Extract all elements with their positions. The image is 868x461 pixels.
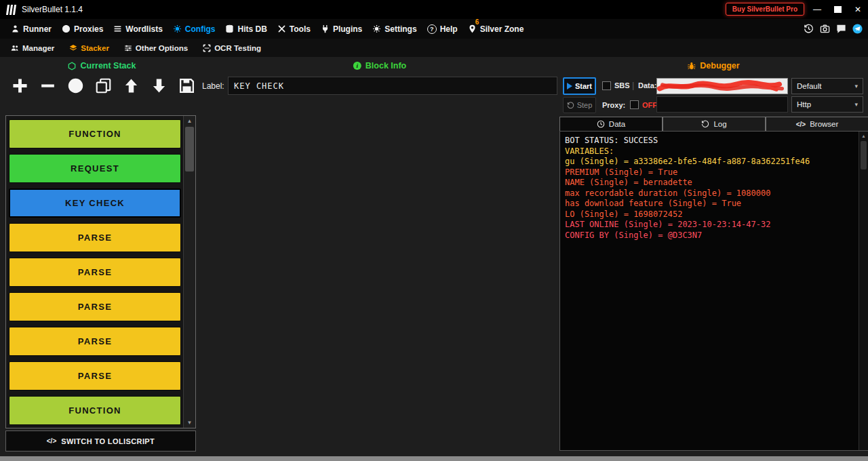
proxy-type-select[interactable]: Http ▾ (791, 96, 863, 113)
menubar-right-icons (804, 19, 863, 39)
debugger-header: Debugger (687, 61, 739, 71)
submenu-item-stacker[interactable]: Stacker (69, 44, 109, 52)
people-icon (11, 44, 19, 52)
history-icon[interactable] (804, 24, 814, 34)
x-circle-icon (68, 78, 83, 94)
close-button[interactable]: ✕ (848, 0, 868, 19)
tab-browser[interactable]: </> Browser (766, 117, 868, 132)
window-title: SilverBullet 1.1.4 (22, 5, 83, 14)
minimize-button[interactable]: — (807, 0, 827, 19)
scroll-up-icon[interactable]: ▲ (184, 116, 195, 126)
submenu-item-ocr-testing[interactable]: OCR Testing (203, 44, 261, 52)
debugger-tabs: Data Log </> Browser (559, 117, 868, 132)
telegram-icon[interactable] (852, 24, 863, 34)
stack-block[interactable]: PARSE (9, 223, 181, 252)
move-up-button[interactable] (122, 76, 140, 95)
save-config-button[interactable] (178, 76, 195, 95)
menu-item-settings[interactable]: Settings (372, 24, 416, 34)
list-icon (113, 24, 122, 33)
scroll-thumb[interactable] (861, 141, 867, 169)
scroll-down-icon[interactable]: ▼ (184, 418, 195, 428)
proxy-label: Proxy: (602, 101, 625, 109)
menu-item-runner[interactable]: Runner (11, 24, 52, 34)
menu-item-plugins[interactable]: Plugins (321, 24, 362, 34)
database-icon (225, 24, 234, 33)
runner-icon (11, 24, 20, 33)
maximize-icon (834, 6, 842, 13)
stack-list: FUNCTIONREQUESTKEY CHECKPARSEPARSEPARSEP… (9, 119, 181, 430)
menu-item-silver-zone[interactable]: 6 Silver Zone (468, 24, 524, 34)
stack-block[interactable]: PARSE (9, 361, 181, 390)
data-input[interactable] (656, 78, 788, 94)
plus-icon (12, 78, 28, 94)
scroll-thumb[interactable] (185, 127, 194, 172)
log-line: LAST ONLINE (Single) = 2023-10-23:14-47-… (565, 220, 856, 230)
step-button[interactable]: Step (563, 97, 596, 113)
menu-item-help[interactable]: ? Help (427, 24, 458, 34)
play-icon (567, 83, 572, 89)
tab-data[interactable]: Data (559, 117, 663, 132)
arrow-down-icon (151, 78, 167, 94)
current-stack-header: Current Stack (68, 61, 136, 71)
plug-icon (321, 24, 330, 33)
clear-stack-button[interactable] (66, 76, 84, 95)
close-icon: ✕ (854, 5, 861, 14)
debugger-output-panel[interactable]: BOT STATUS: SUCCESSVARIABLES:gu (Single)… (559, 131, 868, 451)
screen-edge-strip (0, 456, 868, 461)
camera-icon[interactable] (820, 24, 830, 34)
menu-item-proxies[interactable]: Proxies (62, 24, 103, 34)
history-icon (701, 120, 709, 128)
redaction-scribble (657, 79, 787, 94)
log-line: has download feature (Single) = True (565, 199, 856, 209)
step-icon (567, 102, 574, 109)
arrow-up-icon (123, 78, 139, 94)
stack-block[interactable]: REQUEST (9, 154, 181, 183)
sbs-label: SBS (614, 81, 630, 89)
minus-icon (40, 78, 56, 94)
proxy-checkbox[interactable] (630, 100, 639, 109)
info-icon: i (353, 62, 361, 70)
separator: | (632, 80, 634, 90)
debug-scrollbar[interactable]: ▲ (859, 132, 868, 450)
menu-item-hits-db[interactable]: Hits DB (225, 24, 267, 34)
menu-item-configs[interactable]: Configs (173, 24, 216, 34)
submenu-item-other-options[interactable]: Other Options (124, 44, 188, 52)
code-icon: </> (796, 121, 806, 128)
debug-output-lines: BOT STATUS: SUCCESSVARIABLES:gu (Single)… (565, 136, 856, 241)
remove-block-button[interactable] (39, 76, 56, 95)
move-down-button[interactable] (150, 76, 167, 95)
wordlist-type-select[interactable]: Default ▾ (791, 78, 863, 94)
stack-toolbar (11, 76, 195, 95)
add-block-button[interactable] (11, 76, 28, 95)
sliders-icon (124, 44, 132, 52)
sbs-checkbox[interactable] (602, 81, 611, 90)
stack-block[interactable]: KEY CHECK (9, 188, 181, 218)
duplicate-block-button[interactable] (94, 76, 112, 95)
submenu-item-manager[interactable]: Manager (11, 44, 54, 52)
chat-icon[interactable] (836, 24, 846, 34)
start-button[interactable]: Start (563, 77, 596, 95)
buy-pro-button[interactable]: Buy SilverBullet Pro (726, 3, 804, 16)
stack-block[interactable]: PARSE (9, 292, 181, 321)
stack-scrollbar[interactable]: ▲ ▼ (183, 116, 195, 428)
stack-block[interactable]: PARSE (9, 258, 181, 287)
menu-item-wordlists[interactable]: Wordlists (113, 24, 162, 34)
menu-item-tools[interactable]: Tools (277, 24, 311, 34)
chevron-down-icon: ▾ (854, 83, 858, 89)
minimize-icon: — (813, 5, 821, 14)
scroll-up-icon[interactable]: ▲ (859, 132, 868, 140)
scan-icon (203, 44, 211, 52)
tab-log[interactable]: Log (663, 117, 766, 132)
stack-block[interactable]: PARSE (9, 327, 181, 356)
log-line: CONFIG BY (Single) = @D3C3N7 (565, 230, 856, 241)
block-label-input[interactable] (228, 77, 557, 95)
globe-icon (62, 24, 71, 33)
proxy-input[interactable] (656, 96, 788, 113)
maximize-button[interactable] (827, 0, 848, 19)
stack-block[interactable]: FUNCTION (9, 119, 181, 148)
layers-icon (69, 44, 77, 52)
stack-block[interactable]: FUNCTION (9, 396, 181, 425)
log-line: LO (Single) = 1698072452 (565, 209, 856, 220)
switch-to-loliscript-button[interactable]: </> SWITCH TO LOLISCRIPT (5, 430, 196, 452)
log-line: NAME (Single) = bernadette (565, 178, 856, 188)
